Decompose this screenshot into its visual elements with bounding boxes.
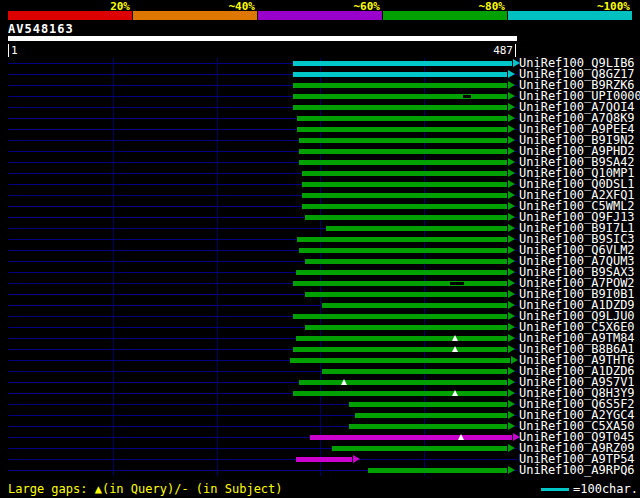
row-baseline (8, 459, 517, 460)
arrowhead-icon (508, 312, 515, 320)
arrowhead-icon (508, 147, 515, 155)
arrowhead-icon (508, 213, 515, 221)
arrowhead-icon (508, 103, 515, 111)
alignment-bar[interactable] (293, 347, 507, 352)
arrowhead-icon (508, 169, 515, 177)
axis-start-label: 1 (8, 44, 18, 57)
alignment-bar[interactable] (293, 314, 507, 319)
alignment-bar[interactable] (305, 215, 507, 220)
alignment-bar[interactable] (302, 182, 507, 187)
alignment-bar[interactable] (302, 204, 507, 209)
alignment-bar[interactable] (296, 336, 507, 341)
arrowhead-icon (508, 334, 515, 342)
arrowhead-icon (511, 356, 518, 364)
alignment-bar[interactable] (322, 369, 507, 374)
blast-graphic-overview: 20%~40%~60%~80%~100% AV548163 1 487 UniR… (0, 0, 640, 498)
hit-label[interactable]: UniRef100_A9RPQ6 (519, 464, 635, 476)
alignment-bar[interactable] (305, 292, 507, 297)
arrowhead-icon (508, 400, 515, 408)
scale-segment (508, 11, 632, 20)
alignment-bar[interactable] (349, 424, 506, 429)
arrowhead-icon (508, 136, 515, 144)
arrowhead-icon (508, 257, 515, 265)
alignment-bar[interactable] (296, 270, 507, 275)
alignment-bar[interactable] (293, 391, 507, 396)
query-gap-icon (452, 346, 458, 352)
scale-legend-line-icon (541, 488, 569, 491)
alignment-bar[interactable] (299, 149, 507, 154)
alignment-bar[interactable] (293, 72, 507, 77)
arrowhead-icon (508, 202, 515, 210)
alignment-bar[interactable] (305, 325, 507, 330)
alignment-bar[interactable] (326, 226, 507, 231)
alignment-bar[interactable] (293, 105, 507, 110)
alignment-bar[interactable] (332, 446, 507, 451)
scale-segment (133, 11, 257, 20)
identity-scale-labels: 20%~40%~60%~80%~100% (0, 0, 640, 11)
arrowhead-icon (508, 290, 515, 298)
scale-legend-text: =100char. (573, 482, 638, 496)
arrowhead-icon (508, 224, 515, 232)
alignment-bar[interactable] (299, 138, 507, 143)
alignment-bar[interactable] (302, 171, 507, 176)
axis-end-label: 487 (458, 44, 516, 57)
arrowhead-icon (508, 378, 515, 386)
arrowhead-icon (508, 158, 515, 166)
arrowhead-icon (508, 268, 515, 276)
arrowhead-icon (508, 466, 515, 474)
arrowhead-icon (508, 246, 515, 254)
query-name: AV548163 (8, 22, 74, 36)
alignment-bar[interactable] (290, 358, 509, 363)
alignment-bar[interactable] (322, 303, 507, 308)
alignment-bar[interactable] (299, 160, 507, 165)
arrowhead-icon (508, 92, 515, 100)
arrowhead-icon (508, 367, 515, 375)
arrowhead-icon (508, 70, 515, 78)
arrowhead-icon (508, 389, 515, 397)
scale-segment (8, 11, 132, 20)
arrowhead-icon (508, 235, 515, 243)
gaps-note: Large gaps: ▲(in Query)/- (in Subject) (8, 482, 283, 496)
alignment-bar[interactable] (349, 402, 506, 407)
arrowhead-icon (508, 422, 515, 430)
alignment-bar[interactable] (297, 127, 507, 132)
alignment-row: UniRef100_A9RPQ6 (0, 465, 640, 476)
alignment-bar[interactable] (293, 83, 507, 88)
query-gap-icon (452, 390, 458, 396)
alignment-rows: UniRef100_Q9LIB6UniRef100_Q8GZ17UniRef10… (0, 58, 640, 476)
alignment-bar[interactable] (297, 237, 507, 242)
arrowhead-icon (508, 444, 515, 452)
arrowhead-icon (508, 301, 515, 309)
alignment-bar[interactable] (293, 61, 512, 66)
arrowhead-icon (508, 279, 515, 287)
subject-gap-icon (450, 282, 464, 285)
arrowhead-icon (353, 455, 360, 463)
query-gap-icon (458, 434, 464, 440)
arrowhead-icon (508, 114, 515, 122)
alignment-bar[interactable] (310, 435, 512, 440)
alignment-bar[interactable] (293, 94, 507, 99)
alignment-bar[interactable] (305, 259, 507, 264)
arrowhead-icon (508, 323, 515, 331)
alignment-bar[interactable] (299, 248, 507, 253)
arrowhead-icon (508, 125, 515, 133)
alignment-bar[interactable] (296, 457, 352, 462)
arrowhead-icon (508, 180, 515, 188)
query-gap-icon (341, 379, 347, 385)
alignment-bar[interactable] (299, 380, 507, 385)
arrowhead-icon (508, 191, 515, 199)
alignment-bar[interactable] (302, 193, 507, 198)
arrowhead-icon (508, 345, 515, 353)
query-gap-icon (452, 335, 458, 341)
scale-segment (383, 11, 507, 20)
alignment-bar[interactable] (293, 281, 507, 286)
scale-segment (258, 11, 382, 20)
alignment-bar[interactable] (368, 468, 507, 473)
arrowhead-icon (508, 411, 515, 419)
identity-scale-bar (0, 11, 640, 20)
subject-gap-icon (463, 95, 471, 98)
alignment-bar[interactable] (355, 413, 507, 418)
arrowhead-icon (508, 81, 515, 89)
query-bar (8, 36, 517, 41)
alignment-bar[interactable] (297, 116, 507, 121)
